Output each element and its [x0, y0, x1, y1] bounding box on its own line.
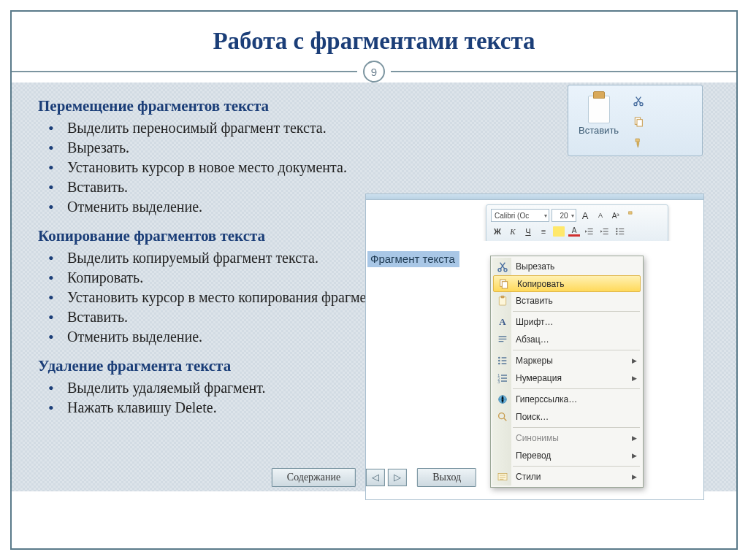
- next-button[interactable]: ▷: [388, 469, 407, 486]
- copy-icon: [497, 277, 511, 291]
- italic-button[interactable]: К: [506, 225, 519, 238]
- cut-icon[interactable]: [630, 93, 646, 109]
- page-number: 9: [363, 61, 385, 83]
- svg-point-1: [640, 103, 643, 106]
- triangle-right-icon: ▷: [394, 472, 401, 483]
- svg-rect-11: [499, 297, 505, 305]
- font-size-combo[interactable]: 20: [552, 209, 576, 222]
- numbering-icon: 123: [495, 371, 510, 386]
- change-case-button[interactable]: Aᵃ: [609, 209, 622, 222]
- menu-paragraph[interactable]: Абзац…: [492, 331, 641, 348]
- bullets-icon: [495, 353, 510, 368]
- context-menu: Вырезать Копировать Вставить: [490, 256, 644, 488]
- submenu-arrow-icon: ▶: [632, 375, 637, 382]
- menu-label: Нумерация: [516, 373, 626, 383]
- paste-button[interactable]: Вставить: [574, 90, 623, 151]
- align-center-button[interactable]: ≡: [537, 225, 550, 238]
- scissors-icon: [495, 259, 510, 274]
- menu-label: Гиперссылка…: [516, 394, 637, 404]
- submenu-arrow-icon: ▶: [632, 452, 637, 459]
- menu-copy[interactable]: Копировать: [493, 275, 641, 292]
- styles-icon: [495, 469, 510, 484]
- increase-indent-button[interactable]: [598, 225, 611, 238]
- menu-styles[interactable]: Стили ▶: [492, 468, 641, 486]
- svg-point-4: [616, 228, 617, 229]
- slide-title: Работа с фрагментами текста: [12, 12, 736, 62]
- menu-label: Копировать: [517, 279, 636, 289]
- format-painter-icon[interactable]: [625, 209, 638, 222]
- hyperlink-icon: [495, 392, 510, 407]
- bottom-nav: Содержание ◁ ▷ Выход: [272, 468, 476, 487]
- menu-paste[interactable]: Вставить: [492, 292, 641, 310]
- contents-button[interactable]: Содержание: [272, 468, 356, 487]
- menu-label: Стили: [516, 472, 626, 482]
- menu-label: Вставить: [516, 296, 637, 306]
- menu-label: Поиск…: [516, 412, 637, 422]
- submenu-arrow-icon: ▶: [632, 434, 637, 442]
- svg-point-20: [499, 413, 505, 419]
- svg-rect-3: [637, 120, 642, 126]
- menu-numbering[interactable]: 123 Нумерация ▶: [492, 369, 641, 387]
- svg-rect-12: [501, 296, 504, 298]
- shrink-font-button[interactable]: A: [594, 209, 607, 222]
- prev-button[interactable]: ◁: [366, 469, 385, 486]
- grow-font-button[interactable]: A: [579, 209, 592, 222]
- decrease-indent-button[interactable]: [583, 225, 596, 238]
- page-number-divider: 9: [12, 61, 736, 83]
- paste-icon: [495, 294, 510, 308]
- menu-label: Перевод: [516, 450, 626, 461]
- mini-toolbar: Calibri (Ос 20 A A Aᵃ Ж К Ч ≡ A: [486, 204, 668, 242]
- highlight-button[interactable]: [552, 225, 565, 238]
- word-window: Calibri (Ос 20 A A Aᵃ Ж К Ч ≡ A: [365, 193, 704, 500]
- bold-button[interactable]: Ж: [491, 225, 504, 238]
- svg-point-6: [616, 233, 617, 234]
- menu-bullets[interactable]: Маркеры ▶: [492, 352, 641, 369]
- format-painter-icon[interactable]: [630, 135, 646, 151]
- clipboard-ribbon-group: Вставить: [568, 85, 703, 156]
- menu-translate[interactable]: Перевод ▶: [492, 447, 641, 464]
- menu-cut[interactable]: Вырезать: [492, 258, 641, 275]
- menu-synonyms[interactable]: Синонимы ▶: [492, 429, 641, 447]
- list-item: Установить курсор в новое место документ…: [38, 158, 736, 177]
- paste-label: Вставить: [579, 125, 619, 136]
- svg-point-0: [634, 103, 637, 106]
- svg-point-15: [498, 363, 500, 365]
- svg-point-13: [498, 357, 500, 359]
- underline-button[interactable]: Ч: [522, 225, 535, 238]
- font-icon: A: [495, 315, 510, 329]
- menu-search[interactable]: Поиск…: [492, 408, 641, 426]
- menu-label: Шрифт…: [516, 317, 637, 327]
- svg-rect-10: [502, 281, 507, 288]
- triangle-left-icon: ◁: [372, 472, 379, 483]
- clipboard-icon: [585, 91, 613, 123]
- svg-point-7: [498, 269, 501, 272]
- svg-point-8: [504, 269, 507, 272]
- font-color-button[interactable]: A: [568, 225, 581, 238]
- menu-label: Маркеры: [516, 356, 626, 366]
- paragraph-icon: [495, 332, 510, 347]
- window-titlebar: [366, 194, 703, 200]
- blank-icon: [495, 448, 510, 463]
- exit-button[interactable]: Выход: [417, 468, 476, 487]
- svg-point-14: [498, 360, 500, 362]
- svg-point-5: [616, 231, 617, 232]
- blank-icon: [495, 431, 510, 445]
- menu-label: Синонимы: [516, 433, 626, 443]
- svg-text:3: 3: [497, 380, 500, 384]
- menu-label: Абзац…: [516, 334, 637, 345]
- font-combo[interactable]: Calibri (Ос: [491, 209, 549, 222]
- search-icon: [495, 410, 510, 424]
- selected-text: Фрагмент текста: [367, 251, 459, 267]
- menu-label: Вырезать: [516, 261, 637, 272]
- menu-font[interactable]: A Шрифт…: [492, 313, 641, 331]
- copy-icon[interactable]: [630, 114, 646, 130]
- bullets-button[interactable]: [614, 225, 627, 238]
- submenu-arrow-icon: ▶: [632, 357, 637, 364]
- content-area: Перемещение фрагментов текста Выделить п…: [12, 83, 736, 491]
- submenu-arrow-icon: ▶: [632, 473, 637, 480]
- menu-hyperlink[interactable]: Гиперссылка…: [492, 391, 641, 408]
